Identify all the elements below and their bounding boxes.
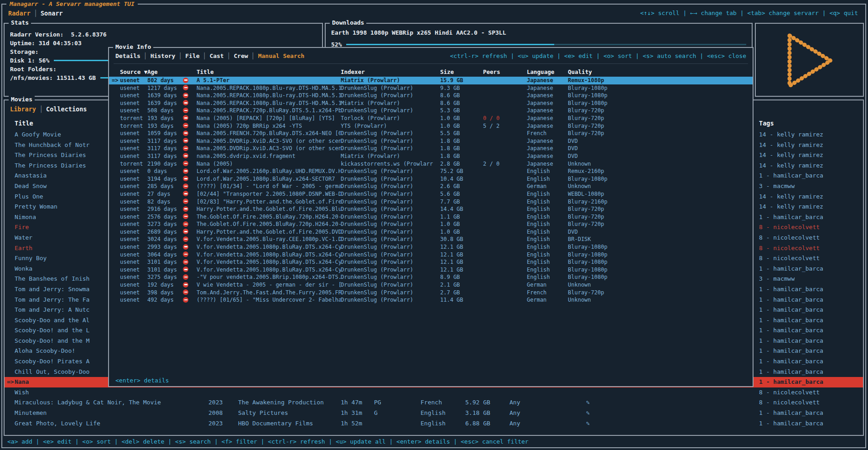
age-cell: 1217 days bbox=[147, 84, 183, 92]
search-result-row[interactable]: usenet 1639 days Nana.2005.REPACK.1080p.… bbox=[109, 99, 753, 107]
quality-column-header[interactable]: Quality bbox=[568, 68, 753, 76]
peers-cell bbox=[483, 190, 527, 198]
top-keybinds: <↑↓> scroll | ←→ change tab | <tab> chan… bbox=[640, 10, 858, 16]
search-result-row[interactable]: usenet 508 days Nana.2005.REPACK.720p.Bl… bbox=[109, 107, 753, 115]
search-result-row[interactable]: usenet 3117 days Nana.2005.DVDRip.XviD.A… bbox=[109, 137, 753, 145]
language-cell: French bbox=[527, 130, 568, 137]
search-result-row[interactable]: usenet 3275 days -"V pour vendetta.2005.… bbox=[109, 273, 753, 281]
size-column-header[interactable]: Size bbox=[440, 68, 483, 76]
peers-cell bbox=[483, 281, 527, 289]
tab-radarr[interactable]: Radarr bbox=[8, 10, 31, 17]
search-result-row[interactable]: usenet 3024 days V.for.Vendetta.2005.Blu… bbox=[109, 235, 753, 243]
search-result-row[interactable]: usenet 192 days V wie Vendetta - 2005 - … bbox=[109, 281, 753, 289]
movie-row[interactable]: Wish 8 - nicolecolvett bbox=[5, 387, 863, 398]
selection-arrow bbox=[109, 273, 120, 281]
peers-cell bbox=[483, 235, 527, 243]
release-title-cell: Nana (2005) [REPACK] [720p] [BluRay] [YT… bbox=[197, 115, 341, 122]
quality-cell: Bluray-1080p bbox=[568, 273, 753, 281]
tab-details[interactable]: Details bbox=[115, 52, 140, 59]
release-title-cell: V.for.Vendetta.2005.Blu-ray.CEE.1080p.VC… bbox=[197, 235, 341, 243]
search-result-row[interactable]: usenet 2916 days Harry.Potter.and.the.Go… bbox=[109, 205, 753, 213]
search-result-row[interactable]: usenet 2689 days Harry.Potter.and.the.Go… bbox=[109, 228, 753, 236]
search-result-row[interactable]: usenet 398 days Tom.And.Jerry.The.Fast.A… bbox=[109, 289, 753, 297]
movie-row[interactable]: Minutemen 2008 Salty Pictures 1h 31m G E… bbox=[5, 408, 863, 419]
bottom-keybinds: <a> add | <e> edit | <o> sort | <del> de… bbox=[7, 438, 529, 445]
rejected-icon bbox=[183, 220, 197, 228]
indexer-cell: DrunkenSlug (Prowlarr) bbox=[341, 130, 440, 137]
movie-title-cell: Wish bbox=[15, 387, 208, 398]
age-column-header[interactable]: Age bbox=[147, 68, 183, 76]
movie-language-cell: English bbox=[421, 419, 465, 429]
search-result-row[interactable]: usenet 3117 days Nana.2005.DVDRip.XviD.A… bbox=[109, 145, 753, 152]
movie-language-cell: English bbox=[421, 408, 465, 419]
search-result-row[interactable]: usenet 285 days (????) [01/34] - "Lord o… bbox=[109, 183, 753, 190]
tab-file[interactable]: File bbox=[185, 52, 199, 59]
search-result-row[interactable]: usenet 3101 days V.for.Vendetta.2005.108… bbox=[109, 258, 753, 266]
movie-row[interactable]: Great Photo, Lovely Life 2023 HBO Docume… bbox=[5, 419, 863, 429]
movie-language-cell bbox=[421, 387, 465, 398]
release-title-cell: V.for.Vendetta.2005.1080p.BluRay.DTS.x26… bbox=[197, 258, 341, 266]
search-result-row[interactable]: usenet 1059 days Nana.2005.FRENCH.720p.B… bbox=[109, 130, 753, 137]
search-result-row[interactable]: torrent 2190 days Nana (2005) kickasstor… bbox=[109, 160, 753, 168]
release-title-cell: Lord.of.War.2005.1080p.BluRay.x264-SECTO… bbox=[197, 175, 341, 183]
source-column-header[interactable]: Source ▼ bbox=[120, 68, 147, 76]
search-result-row[interactable]: usenet 1217 days Nana.2005.REPACK.1080p.… bbox=[109, 84, 753, 92]
source-cell: usenet bbox=[120, 183, 147, 190]
movie-tag-cell: 1 - hamilcar_barca bbox=[759, 367, 863, 377]
tab-collections[interactable]: Collections bbox=[46, 105, 87, 113]
tab-sonarr[interactable]: Sonarr bbox=[41, 10, 63, 17]
tab-crew[interactable]: Crew bbox=[234, 52, 248, 59]
title-column-header[interactable]: Title bbox=[197, 68, 341, 76]
movie-rating-cell bbox=[374, 419, 421, 429]
movie-tag-cell: 1 - hamilcar_barca bbox=[759, 419, 863, 429]
tab-history[interactable]: History bbox=[151, 52, 176, 59]
tab-manual-search[interactable]: Manual Search bbox=[258, 52, 305, 59]
language-column-header[interactable]: Language bbox=[527, 68, 568, 76]
selection-arrow bbox=[109, 213, 120, 221]
release-title-cell: Nana.2005.REPACK.720p.BluRay.DTS.5.1.x26… bbox=[197, 107, 341, 115]
rejected-icon bbox=[183, 258, 197, 266]
search-result-row[interactable]: usenet 3117 days nana.2005.dvdrip.xvid.f… bbox=[109, 152, 753, 160]
monitored-pencil-icon: ✎ bbox=[586, 398, 759, 408]
source-cell: torrent bbox=[120, 160, 147, 168]
rejected-icon bbox=[183, 183, 197, 190]
search-result-row[interactable]: torrent 193 days Nana (2005) [REPACK] [7… bbox=[109, 115, 753, 122]
search-result-row[interactable]: usenet 1639 days Nana.2005.REPACK.1080p.… bbox=[109, 92, 753, 99]
search-result-row[interactable]: usenet 2993 days V.for.Vendetta.2005.108… bbox=[109, 243, 753, 251]
search-result-row[interactable]: usenet 3101 days V.for.Vendetta.2005.108… bbox=[109, 266, 753, 274]
search-result-row[interactable]: usenet 3064 days V.for.Vendetta.2005.108… bbox=[109, 251, 753, 259]
rejected-icon bbox=[183, 99, 197, 107]
selection-arrow bbox=[109, 198, 120, 206]
rejected-icon bbox=[183, 152, 197, 160]
search-result-row[interactable]: usenet 82 days [02/83] "Harry.Potter.and… bbox=[109, 198, 753, 206]
indexer-cell: DrunkenSlug (Prowlarr) bbox=[341, 296, 440, 304]
search-result-row[interactable]: usenet 3273 days The.Goblet.Of.Fire.2005… bbox=[109, 220, 753, 228]
indexer-cell: DrunkenSlug (Prowlarr) bbox=[341, 220, 440, 228]
search-result-row[interactable]: => usenet 802 days A 5.1-PTer Miatrix (P… bbox=[109, 77, 753, 84]
quality-cell: DVD bbox=[568, 137, 753, 145]
search-result-row[interactable]: torrent 193 days Nana (2005) 720p BRRip … bbox=[109, 122, 753, 130]
quality-cell: Bluray-720p bbox=[568, 205, 753, 213]
movie-tag-cell: 3 - macmww bbox=[759, 274, 863, 284]
tab-library[interactable]: Library bbox=[10, 105, 36, 113]
movie-studio-cell: HBO Documentary Films bbox=[238, 419, 341, 429]
selection-arrow bbox=[109, 281, 120, 289]
movie-title-cell: Miraculous: Ladybug & Cat Noir, The Movi… bbox=[15, 398, 208, 408]
indexer-cell: Torlock (Prowlarr) bbox=[341, 115, 440, 122]
indexer-cell: DrunkenSlug (Prowlarr) bbox=[341, 243, 440, 251]
search-result-row[interactable]: usenet 492 days (????) [01/65] - "Miss U… bbox=[109, 296, 753, 304]
indexer-column-header[interactable]: Indexer bbox=[341, 68, 440, 76]
search-result-row[interactable]: usenet 2576 days The.Goblet.Of.Fire.2005… bbox=[109, 213, 753, 221]
search-result-row[interactable]: usenet 27 days [02/44] "Transporter 2.20… bbox=[109, 190, 753, 198]
modal-footer-keybind: <enter> details bbox=[115, 377, 169, 384]
library-title-header: Title bbox=[15, 120, 33, 127]
quality-cell: Unknown bbox=[568, 296, 753, 304]
movie-row[interactable]: Miraculous: Ladybug & Cat Noir, The Movi… bbox=[5, 398, 863, 408]
search-results-list: => usenet 802 days A 5.1-PTer Miatrix (P… bbox=[109, 77, 753, 304]
selection-arrow bbox=[109, 235, 120, 243]
search-result-row[interactable]: usenet 3194 days Lord.of.War.2005.1080p.… bbox=[109, 175, 753, 183]
language-cell: German bbox=[527, 183, 568, 190]
peers-column-header[interactable]: Peers bbox=[483, 68, 527, 76]
tab-cast[interactable]: Cast bbox=[209, 52, 223, 59]
search-result-row[interactable]: usenet 0 days Lord.of.War.2005.2160p.Blu… bbox=[109, 167, 753, 175]
